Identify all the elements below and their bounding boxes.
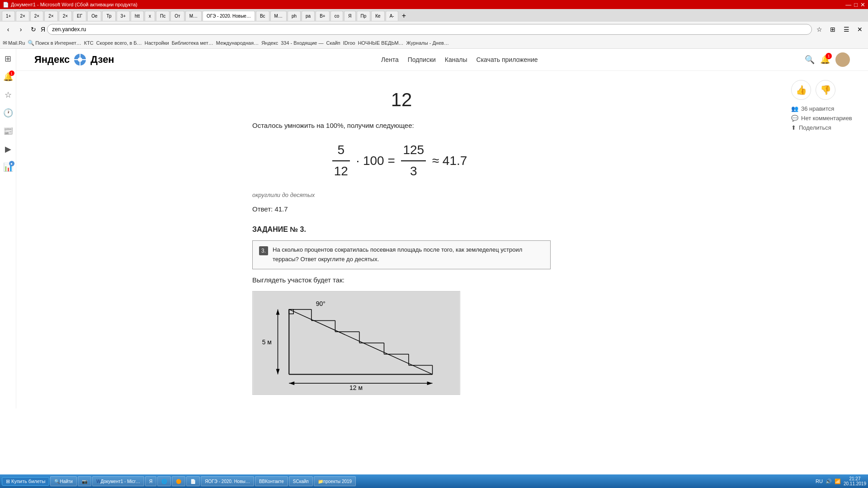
zen-avatar[interactable] [835, 52, 850, 67]
article-layout: 12 Осталось умножить на 100%, получим сл… [16, 71, 868, 408]
tab-2[interactable]: 2× [16, 11, 29, 21]
tab-13[interactable]: От [170, 11, 184, 21]
tab-5[interactable]: 2× [59, 11, 72, 21]
tab-4[interactable]: 2× [44, 11, 57, 21]
tab-20[interactable]: В+ [316, 11, 330, 21]
bookmark-search[interactable]: 🔍 Поиск в Интернет… [28, 40, 81, 46]
sidebar-clock-icon[interactable]: 🕐 [2, 107, 14, 119]
zen-nav-download[interactable]: Скачать приложение [476, 56, 538, 63]
new-tab-button[interactable]: + [399, 12, 409, 19]
bookmark-international[interactable]: Международная… [216, 40, 259, 46]
comments-text: Нет комментариев [801, 115, 852, 122]
sidebar-bell-icon[interactable]: 🔔 1 [2, 70, 14, 83]
zen-nav: Лента Подписки Каналы Скачать приложение [381, 56, 538, 63]
tab-7[interactable]: Ое [87, 11, 101, 21]
sidebar-grid-icon[interactable]: ⊞ [2, 52, 14, 65]
tab-9[interactable]: 3+ [117, 11, 130, 21]
bookmark-skype[interactable]: Скайп [326, 40, 340, 46]
sidebar-play-icon[interactable]: ▶ [2, 143, 14, 155]
share-row[interactable]: ⬆ Поделиться [791, 124, 863, 131]
full-layout: ⊞ 🔔 1 ☆ 🕐 📰 ▶ 📊 ● Яндекс [0, 49, 868, 408]
zen-logo-name: Дзен [90, 54, 114, 66]
close-button[interactable]: ✕ [860, 1, 865, 8]
bookmark-library[interactable]: Библиотека мет… [172, 40, 213, 46]
tab-19[interactable]: рa [302, 11, 315, 21]
bookmark-334[interactable]: 334 - Входящие — [281, 40, 323, 46]
bookmark-skoree[interactable]: Скорее всего, в Б… [96, 40, 142, 46]
share-icon: ⬆ [791, 124, 796, 131]
tab-24[interactable]: Ке [371, 11, 384, 21]
title-bar-controls[interactable]: — □ ✕ [845, 1, 865, 8]
svg-rect-4 [74, 59, 79, 60]
svg-rect-3 [80, 61, 80, 66]
forward-button[interactable]: › [15, 24, 26, 35]
tab-17[interactable]: М… [270, 11, 287, 21]
bookmark-settings[interactable]: Настройки [145, 40, 169, 46]
svg-rect-2 [80, 54, 80, 59]
sidebar-news-icon[interactable]: 📰 [2, 125, 14, 137]
svg-rect-6 [253, 291, 459, 394]
zen-nav-lenta[interactable]: Лента [381, 56, 399, 63]
address-bar[interactable] [47, 24, 812, 35]
tab-11[interactable]: х [145, 11, 155, 21]
tab-23[interactable]: Пр [357, 11, 371, 21]
reload-button[interactable]: ↻ [28, 24, 39, 35]
multiply-text: Осталось умножить на 100%, получим следу… [252, 120, 551, 131]
tab-12[interactable]: Пс [156, 11, 170, 21]
menu-button[interactable]: ☰ [841, 24, 852, 35]
sidebar-chart-icon[interactable]: 📊 ● [2, 161, 14, 174]
right-panel: 👍 👎 👥 36 нравится 💬 Нет комментариев ⬆ П… [787, 71, 868, 408]
sidebar-star-icon[interactable]: ☆ [2, 89, 14, 101]
content-area: Яндекс Дзен Лента Подписки Каналы Скачат… [16, 49, 868, 408]
bookmark-night[interactable]: НОЧНЫЕ ВЕДЬМ… [358, 40, 404, 46]
bookmark-ktc[interactable]: КТС [84, 40, 94, 46]
maximize-button[interactable]: □ [854, 1, 858, 8]
comments-icon: 💬 [791, 115, 798, 122]
tab-10[interactable]: htt [131, 11, 144, 21]
extensions-button[interactable]: ⊞ [827, 24, 838, 35]
zen-bell-icon[interactable]: 🔔 1 [820, 55, 830, 65]
tab-6[interactable]: ЕГ [73, 11, 86, 21]
svg-text:5 м: 5 м [262, 338, 272, 346]
zen-nav-channels[interactable]: Каналы [445, 56, 467, 63]
tab-18[interactable]: рh [288, 11, 301, 21]
section-text: Выглядеть участок будет так: [252, 275, 551, 286]
bookmark-idroo[interactable]: IDroo [343, 40, 355, 46]
bookmark-button[interactable]: ☆ [814, 24, 825, 35]
note-text: округлили до десятых [252, 191, 551, 200]
zen-nav-subscriptions[interactable]: Подписки [408, 56, 436, 63]
tab-3[interactable]: 2× [30, 11, 43, 21]
tab-bar: 1+ 2× 2× 2× 2× ЕГ Ое Тр 3+ htt х Пс От М… [0, 9, 868, 22]
bell-badge: 1 [9, 70, 14, 76]
dislike-button[interactable]: 👎 [816, 80, 835, 100]
bookmark-yandex[interactable]: Яндекс [261, 40, 278, 46]
tab-8[interactable]: Тр [102, 11, 115, 21]
share-text: Поделиться [799, 124, 831, 131]
tab-16[interactable]: Вс [256, 11, 269, 21]
zen-search-icon[interactable]: 🔍 [805, 55, 815, 65]
bookmarks-bar: ✉ Mail.Ru 🔍 Поиск в Интернет… КТС Скорее… [0, 37, 868, 49]
math-formula: 5 12 · 100 = 125 3 ≈ 41.7 [252, 140, 551, 182]
back-button[interactable]: ‹ [3, 24, 14, 35]
search-bookmark-icon: 🔍 [28, 40, 34, 46]
likes-row[interactable]: 👥 36 нравится [791, 105, 863, 112]
diagram-container: 90° 5 м 12 м [252, 291, 460, 395]
svg-rect-5 [81, 59, 86, 60]
tab-21[interactable]: co [330, 11, 344, 21]
tab-1[interactable]: 1+ [2, 11, 15, 21]
task-heading: ЗАДАНИЕ № 3. [252, 224, 551, 235]
bookmark-mailru[interactable]: ✉ Mail.Ru [3, 40, 25, 46]
zen-logo[interactable]: Яндекс Дзен [34, 53, 114, 66]
likes-count: 36 нравится [801, 105, 834, 112]
browser-close-button[interactable]: ✕ [854, 24, 865, 35]
comments-row[interactable]: 💬 Нет комментариев [791, 115, 863, 122]
task-text: На сколько процентов сократилась посевна… [273, 245, 544, 264]
minimize-button[interactable]: — [845, 1, 851, 8]
tab-22[interactable]: Я [344, 11, 355, 21]
title-bar-left: 📄 Документ1 - Microsoft Word (Сбой актив… [3, 2, 137, 8]
like-button[interactable]: 👍 [791, 80, 811, 100]
bookmark-journals[interactable]: Журналы - Днев… [406, 40, 449, 46]
tab-active[interactable]: ОГЭ - 2020. Новые… [203, 11, 255, 21]
tab-25[interactable]: А- [386, 11, 398, 21]
tab-14[interactable]: М… [185, 11, 202, 21]
